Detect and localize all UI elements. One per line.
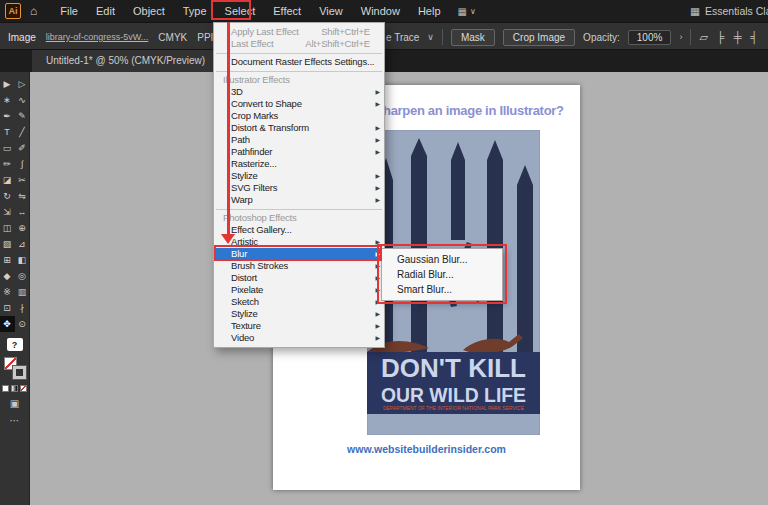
artboard-tool[interactable]: ⊡	[0, 300, 15, 316]
mesh-tool[interactable]: ⊞	[0, 252, 15, 268]
free-transform-tool[interactable]: ◫	[0, 220, 15, 236]
transform-panel-icon[interactable]: ▱	[699, 31, 707, 44]
magic-wand-tool[interactable]: ∗	[0, 92, 15, 108]
submenu-item-gaussian-blur[interactable]: Gaussian Blur...	[382, 252, 502, 267]
submenu-arrow-icon: ▶	[376, 284, 380, 296]
workspace-switcher[interactable]: ▦ Essentials Class	[690, 0, 768, 22]
menu-item-label: SVG Filters	[231, 182, 277, 194]
menu-item-svg-filters[interactable]: SVG Filters▶	[214, 182, 384, 194]
document-tab[interactable]: Untitled-1* @ 50% (CMYK/Preview)	[32, 50, 220, 72]
hand-tool[interactable]: ✥	[0, 316, 15, 332]
menu-help[interactable]: Help	[409, 0, 450, 22]
home-icon[interactable]: ⌂	[30, 4, 37, 18]
menu-item-label: Document Raster Effects Settings...	[231, 56, 374, 68]
width-tool[interactable]: ↔	[15, 204, 30, 220]
menu-item-pathfinder[interactable]: Pathfinder▶	[214, 146, 384, 158]
menu-item-3d[interactable]: 3D▶	[214, 86, 384, 98]
menu-edit[interactable]: Edit	[87, 0, 124, 22]
blend-tool[interactable]: ◎	[15, 268, 30, 284]
menu-item-video[interactable]: Video▶	[214, 332, 384, 344]
linked-file-name[interactable]: library-of-congress-5vW...	[46, 32, 149, 42]
menu-item-rasterize[interactable]: Rasterize...	[214, 158, 384, 170]
eyedropper-tool[interactable]: ◆	[0, 268, 15, 284]
direct-selection-tool[interactable]: ▷	[15, 76, 30, 92]
menu-item-label: Effect Gallery...	[231, 224, 292, 236]
type-tool[interactable]: T	[0, 124, 15, 140]
live-paint-bucket-tool[interactable]: ▨	[0, 236, 15, 252]
selection-tool[interactable]: ▶	[0, 76, 15, 92]
menu-item-artistic[interactable]: Artistic▶	[214, 236, 384, 248]
pen-tool[interactable]: ✒	[0, 108, 15, 124]
submenu-item-radial-blur[interactable]: Radial Blur...	[382, 267, 502, 282]
illustrator-logo-icon[interactable]: Ai	[5, 3, 21, 19]
menu-item-label: Last Effect	[231, 38, 274, 50]
eraser-tool[interactable]: ◪	[0, 172, 15, 188]
menu-item-stylize[interactable]: Stylize▶	[214, 170, 384, 182]
menu-file[interactable]: File	[51, 0, 87, 22]
menu-item-warp[interactable]: Warp▶	[214, 194, 384, 206]
perspective-grid-tool[interactable]: ⊿	[15, 236, 30, 252]
menu-view[interactable]: View	[310, 0, 352, 22]
image-trace-preset-chevron-icon[interactable]: ∨	[427, 32, 434, 42]
menu-item-label: Blur	[231, 248, 247, 260]
workspace-label: Essentials Class	[705, 5, 768, 17]
menu-item-effect-gallery[interactable]: Effect Gallery...	[214, 224, 384, 236]
paintbrush-tool[interactable]: ✐	[15, 140, 30, 156]
none-mode-icon[interactable]	[20, 385, 27, 392]
submenu-item-smart-blur[interactable]: Smart Blur...	[382, 282, 502, 297]
submenu-arrow-icon: ▶	[376, 248, 380, 260]
menu-object[interactable]: Object	[124, 0, 174, 22]
menu-item-sketch[interactable]: Sketch▶	[214, 296, 384, 308]
slice-tool[interactable]: ∤	[15, 300, 30, 316]
draw-mode-icon[interactable]: ▣	[10, 398, 19, 409]
menu-item-pixelate[interactable]: Pixelate▶	[214, 284, 384, 296]
menu-item-crop-marks[interactable]: Crop Marks	[214, 110, 384, 122]
menu-item-document-raster-effects-settings[interactable]: Document Raster Effects Settings...	[214, 56, 384, 68]
column-graph-tool[interactable]: ▥	[15, 284, 30, 300]
gradient-tool[interactable]: ◧	[15, 252, 30, 268]
menu-window[interactable]: Window	[352, 0, 409, 22]
align-left-icon[interactable]: ╞	[717, 31, 725, 44]
crop-image-button[interactable]: Crop Image	[503, 29, 575, 46]
image-trace-button[interactable]: e Trace	[386, 32, 419, 43]
scale-tool[interactable]: ⇲	[0, 204, 15, 220]
align-center-icon[interactable]: ╪	[734, 31, 742, 44]
mask-button[interactable]: Mask	[451, 29, 495, 46]
shaper-tool[interactable]: ∫	[15, 156, 30, 172]
scissors-tool[interactable]: ✂	[15, 172, 30, 188]
submenu-arrow-icon: ▶	[376, 296, 380, 308]
shape-builder-tool[interactable]: ⊕	[15, 220, 30, 236]
opacity-value-field[interactable]: 100%	[628, 30, 672, 45]
opacity-expand-icon[interactable]: ›	[679, 32, 682, 42]
menu-effect[interactable]: Effect	[264, 0, 310, 22]
menu-item-convert-to-shape[interactable]: Convert to Shape▶	[214, 98, 384, 110]
menu-item-apply-last-effect: Apply Last EffectShift+Ctrl+E	[214, 26, 384, 38]
menu-item-texture[interactable]: Texture▶	[214, 320, 384, 332]
lasso-tool[interactable]: ∿	[15, 92, 30, 108]
menu-item-blur[interactable]: Blur▶	[214, 248, 384, 260]
zoom-tool[interactable]: ⊙	[15, 316, 30, 332]
pencil-tool[interactable]: ✏	[0, 156, 15, 172]
color-mode-icon[interactable]	[2, 385, 9, 392]
gradient-mode-icon[interactable]	[11, 385, 18, 392]
menu-item-distort[interactable]: Distort▶	[214, 272, 384, 284]
help-icon[interactable]: ?	[7, 338, 23, 351]
menu-item-path[interactable]: Path▶	[214, 134, 384, 146]
menu-item-brush-strokes[interactable]: Brush Strokes▶	[214, 260, 384, 272]
menu-item-distort-transform[interactable]: Distort & Transform▶	[214, 122, 384, 134]
reflect-tool[interactable]: ⇋	[15, 188, 30, 204]
menu-select[interactable]: Select	[216, 0, 265, 22]
rectangle-tool[interactable]: ▭	[0, 140, 15, 156]
more-tools-icon[interactable]: ⋯	[10, 415, 20, 426]
curvature-tool[interactable]: ✎	[15, 108, 30, 124]
line-segment-tool[interactable]: ╱	[15, 124, 30, 140]
symbol-sprayer-tool[interactable]: ※	[0, 284, 15, 300]
align-right-icon[interactable]: ╡	[750, 31, 758, 44]
poster-title-line1: DON'T KILL	[381, 353, 526, 383]
menu-type[interactable]: Type	[174, 0, 216, 22]
stroke-swatch[interactable]	[13, 366, 26, 379]
rotate-tool[interactable]: ↻	[0, 188, 15, 204]
layout-grid-icon[interactable]: ▦	[458, 6, 467, 17]
menu-item-stylize[interactable]: Stylize▶	[214, 308, 384, 320]
menu-item-label: Artistic	[231, 236, 258, 248]
